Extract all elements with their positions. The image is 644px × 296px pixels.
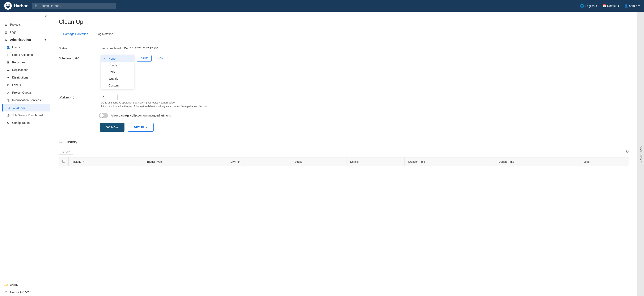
sidebar-item-users[interactable]: 👤 Users [2, 44, 50, 51]
search-bar[interactable]: 🔍 Search Harbor... [32, 3, 116, 9]
sidebar-item-job-service-dashboard[interactable]: ◎ Job Service Dashboard [2, 112, 50, 119]
nav-right-area: 🌐 English ▾ 📅 Default ▾ 👤 admin ▾ [580, 4, 640, 8]
toggle-row: Allow garbage collection on untagged art… [59, 113, 629, 118]
th-logs: Logs [580, 158, 629, 166]
tabs: Garbage Collection Log Rotation [59, 30, 629, 38]
table-header-row: Task ID ▼ Trigger Type Dry Run Status [59, 158, 629, 166]
top-navigation: Harbor 🔍 Search Harbor... 🌐 English ▾ 📅 … [0, 0, 644, 12]
chevron-down-icon-2: ▾ [618, 4, 619, 8]
sidebar-item-api[interactable]: ⊙ Harbor API V2.0 [0, 288, 50, 296]
th-update-time: Update Time [495, 158, 580, 166]
save-button[interactable]: SAVE [137, 55, 152, 62]
user-icon: 👤 [624, 4, 628, 8]
sidebar-item-project-quotas[interactable]: ◎ Project Quotas [2, 89, 50, 96]
page-title: Clean Up [59, 18, 629, 25]
sidebar-bottom: 🌙 DARK ⊙ Harbor API V2.0 [0, 281, 50, 296]
sort-icon-task-id[interactable]: ▼ [83, 161, 85, 163]
th-trigger-type: Trigger Type [143, 158, 227, 166]
sidebar-item-label: Job Service Dashboard [12, 114, 43, 117]
dark-mode-toggle[interactable]: 🌙 DARK [0, 281, 50, 288]
sidebar-item-distributions[interactable]: ✦ Distributions [2, 74, 50, 81]
api-icon: ⊙ [4, 290, 8, 294]
th-checkbox [59, 158, 69, 166]
workers-row: Workers i GC is an intensive operation t… [59, 94, 629, 108]
dropdown-option-weekly[interactable]: Weekly [101, 75, 134, 82]
sidebar-item-administration[interactable]: ⊙ Administration ▾ [0, 36, 50, 44]
th-creation-time: Creation Time [404, 158, 495, 166]
last-completed-value: Dec 14, 2023, 2:37:17 PM [124, 46, 158, 50]
tab-garbage-collection[interactable]: Garbage Collection [59, 30, 92, 38]
refresh-icon[interactable]: ↻ [626, 150, 629, 154]
sidebar-item-robot-accounts[interactable]: ⊟ Robot Accounts [2, 51, 50, 58]
dropdown-option-hourly[interactable]: Hourly [101, 62, 134, 69]
sidebar-item-label: Registries [12, 61, 25, 64]
sidebar-collapse-button[interactable]: « [0, 12, 50, 21]
workers-info-icon[interactable]: i [70, 96, 74, 99]
sidebar-item-configuration[interactable]: ⚙ Configuration [2, 119, 50, 126]
admin-label: Administration [10, 38, 31, 41]
status-label: Status [59, 45, 96, 50]
th-task-id: Task ID ▼ [69, 158, 143, 166]
workers-label: Workers i [59, 94, 96, 99]
globe-icon: 🌐 [580, 4, 584, 8]
sidebar-item-label: Configuration [12, 121, 30, 124]
language-label: English [585, 4, 595, 8]
app-name: Harbor [14, 4, 28, 8]
tab-log-rotation[interactable]: Log Rotation [92, 30, 117, 38]
sidebar-item-label: Project Quotas [12, 91, 32, 94]
sidebar-item-label: Users [12, 46, 20, 49]
cleanup-icon: ⊟ [7, 106, 11, 109]
schedule-dropdown[interactable]: ✓ None Hourly Daily W [101, 55, 134, 89]
logo-icon [4, 2, 12, 10]
dropdown-option-none[interactable]: ✓ None [101, 55, 134, 62]
sidebar-item-logs[interactable]: ▤ Logs [0, 28, 50, 36]
sidebar-item-label: Clean Up [13, 106, 25, 109]
cancel-button[interactable]: CANCEL [154, 55, 172, 61]
event-log-label: EVENT LOG [640, 145, 642, 162]
gc-now-button[interactable]: GC NOW [100, 123, 124, 132]
sidebar-item-label: Replications [12, 68, 28, 72]
user-menu[interactable]: 👤 admin ▾ [624, 4, 640, 8]
gc-history-title: GC History [59, 140, 629, 144]
sidebar-item-label: Robot Accounts [12, 53, 33, 56]
admin-sub-items: 👤 Users ⊟ Robot Accounts ⊞ Registries ☁ … [0, 44, 50, 126]
sidebar-item-interrogation-services[interactable]: ◎ Interrogation Services [2, 96, 50, 104]
quotas-icon: ◎ [6, 91, 10, 94]
option-label: Weekly [108, 77, 118, 80]
untagged-artifacts-toggle[interactable] [99, 113, 108, 118]
sidebar-item-label: Logs [10, 30, 16, 34]
option-label: None [108, 57, 116, 60]
sidebar-item-registries[interactable]: ⊞ Registries [2, 58, 50, 66]
calendar-selector[interactable]: 📅 Default ▾ [602, 4, 619, 8]
admin-icon: ⊙ [4, 38, 8, 41]
workers-input[interactable] [101, 94, 118, 100]
sidebar-item-label: Interrogation Services [12, 98, 41, 102]
workers-note2: Artifacts uploaded in the past 2 hours(t… [101, 105, 207, 108]
sidebar-item-projects[interactable]: ⊞ Projects [0, 21, 50, 28]
check-icon: ✓ [104, 57, 107, 60]
users-icon: 👤 [6, 46, 10, 49]
language-selector[interactable]: 🌐 English ▾ [580, 4, 598, 8]
logo-link[interactable]: Harbor [4, 2, 28, 10]
table-header: Task ID ▼ Trigger Type Dry Run Status [59, 158, 629, 166]
expand-icon: ▾ [44, 38, 46, 41]
gc-history-section: GC History STOP ↻ Task ID ▼ [59, 140, 629, 166]
svg-point-1 [7, 5, 8, 6]
history-actions: STOP ↻ [59, 149, 629, 155]
stop-button[interactable]: STOP [59, 149, 73, 155]
sidebar-item-labels[interactable]: ⊙ Labels [2, 81, 50, 89]
sidebar-item-replications[interactable]: ☁ Replications [2, 66, 50, 74]
dropdown-option-custom[interactable]: Custom [101, 82, 134, 89]
toggle-label: Allow garbage collection on untagged art… [111, 114, 171, 117]
th-details: Details [347, 158, 405, 166]
dry-run-button[interactable]: DRY RUN [128, 123, 154, 132]
sidebar-item-clean-up[interactable]: ⊟ Clean Up [2, 104, 50, 112]
event-log-sidebar[interactable]: EVENT LOG [637, 12, 644, 296]
select-all-checkbox[interactable] [62, 160, 65, 163]
user-label: admin [629, 4, 637, 8]
th-status: Status [291, 158, 347, 166]
option-label: Custom [108, 84, 118, 87]
distributions-icon: ✦ [6, 76, 10, 79]
dark-mode-label: DARK [10, 283, 18, 286]
dropdown-option-daily[interactable]: Daily [101, 69, 134, 75]
